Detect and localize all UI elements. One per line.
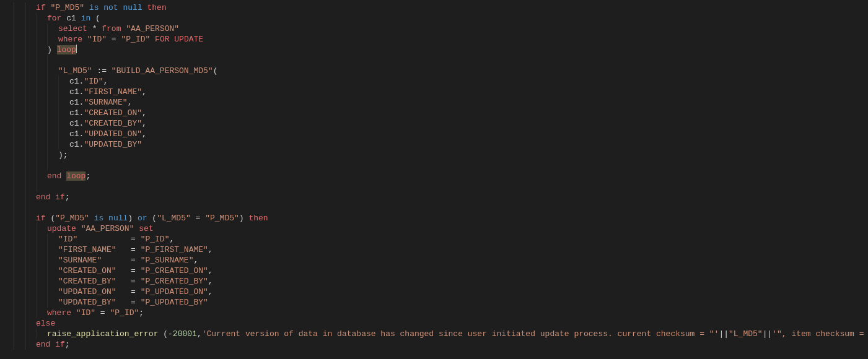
code-token: = xyxy=(131,298,141,307)
code-line[interactable]: if "P_MD5" is not null then xyxy=(5,2,868,13)
code-line-content: "ID" = "P_ID", xyxy=(14,235,174,244)
code-line[interactable] xyxy=(5,181,868,192)
code-token xyxy=(90,14,95,23)
code-line[interactable] xyxy=(5,202,868,213)
code-token: loop xyxy=(57,45,76,54)
code-line[interactable]: end loop; xyxy=(5,171,868,181)
code-token xyxy=(95,308,100,318)
code-token: then xyxy=(147,3,167,12)
code-token: = xyxy=(131,277,141,286)
code-token: = xyxy=(131,287,141,296)
code-token: = xyxy=(100,308,105,318)
code-token xyxy=(150,35,155,44)
code-token: end xyxy=(47,171,61,181)
code-token: || xyxy=(763,329,773,339)
code-token: "FIRST_NAME" xyxy=(58,245,131,254)
code-line[interactable]: where "ID" = "P_ID" FOR UPDATE xyxy=(5,34,868,45)
code-token xyxy=(107,35,112,44)
code-token: "L_MD5" xyxy=(58,66,92,76)
code-token: 'Current version of data in database has… xyxy=(202,329,719,339)
code-token: "L_MD5" xyxy=(157,214,191,223)
code-token: "AA_PERSON" xyxy=(81,224,134,233)
code-line-content: else xyxy=(14,319,55,328)
code-editor[interactable]: if "P_MD5" is not null thenfor c1 in (se… xyxy=(0,0,868,350)
code-line[interactable]: update "AA_PERSON" set xyxy=(5,223,868,234)
code-token: , xyxy=(142,119,147,128)
code-token: ( xyxy=(152,214,157,223)
code-token: is xyxy=(94,214,104,223)
code-token xyxy=(133,214,138,223)
code-line[interactable]: for c1 in ( xyxy=(5,13,868,24)
code-token: ) xyxy=(239,214,244,223)
code-token: in xyxy=(81,14,91,23)
code-line[interactable] xyxy=(5,160,868,171)
code-token xyxy=(36,203,41,212)
code-line[interactable]: "CREATED_ON" = "P_CREATED_ON", xyxy=(5,266,868,276)
code-token: c1 xyxy=(69,87,79,97)
code-token: FOR UPDATE xyxy=(155,35,203,44)
code-token: select xyxy=(58,24,87,33)
code-token xyxy=(87,24,92,33)
code-line-content: end if; xyxy=(14,340,70,349)
code-line-content: where "ID" = "P_ID" FOR UPDATE xyxy=(14,35,203,44)
code-line[interactable]: c1."FIRST_NAME", xyxy=(5,87,868,97)
code-line[interactable]: else xyxy=(5,318,868,329)
code-token: "L_MD5" xyxy=(729,329,763,339)
code-line[interactable]: "UPDATED_BY" = "P_UPDATED_BY" xyxy=(5,297,868,308)
code-token: , xyxy=(208,245,213,254)
code-line[interactable]: c1."CREATED_BY", xyxy=(5,118,868,129)
code-line-content: "FIRST_NAME" = "P_FIRST_NAME", xyxy=(14,245,213,254)
code-line[interactable]: ); xyxy=(5,150,868,160)
code-line[interactable]: c1."CREATED_ON", xyxy=(5,108,868,118)
code-line[interactable]: c1."UPDATED_BY" xyxy=(5,139,868,150)
code-token: "UPDATED_ON" xyxy=(58,287,131,296)
code-token: , xyxy=(142,129,147,139)
code-token: , xyxy=(208,266,213,275)
code-line-content: "UPDATED_ON" = "P_UPDATED_ON", xyxy=(14,287,213,296)
code-token: c1 xyxy=(69,119,79,128)
code-line[interactable]: end if; xyxy=(5,339,868,350)
code-line[interactable]: "SURNAME" = "P_SURNAME", xyxy=(5,255,868,266)
code-token: ; xyxy=(63,150,68,160)
code-token: not xyxy=(103,3,118,12)
code-line[interactable]: if ("P_MD5" is null) or ("L_MD5" = "P_MD… xyxy=(5,213,868,223)
code-line-content: raise_application_error (-20001,'Current… xyxy=(14,329,868,339)
code-line-content: "CREATED_ON" = "P_CREATED_ON", xyxy=(14,266,213,275)
code-line[interactable]: ) loop xyxy=(5,45,868,55)
code-line[interactable]: "CREATED_BY" = "P_CREATED_BY", xyxy=(5,276,868,287)
code-line[interactable]: c1."ID", xyxy=(5,76,868,87)
code-token: "ID" xyxy=(84,77,103,86)
code-token: "P_UPDATED_ON" xyxy=(141,287,208,296)
code-line[interactable]: c1."SURNAME", xyxy=(5,97,868,108)
text-cursor xyxy=(76,45,77,53)
code-token: ; xyxy=(65,340,70,349)
code-token: "P_ID" xyxy=(121,35,150,44)
code-line[interactable]: c1."UPDATED_ON", xyxy=(5,129,868,139)
code-token: := xyxy=(97,66,107,76)
code-line[interactable]: raise_application_error (-20001,'Current… xyxy=(5,329,868,339)
code-token xyxy=(142,3,147,12)
code-token xyxy=(76,14,81,23)
code-line[interactable]: end if; xyxy=(5,192,868,202)
code-line[interactable]: select * from "AA_PERSON" xyxy=(5,24,868,34)
code-line[interactable] xyxy=(5,55,868,66)
code-line-content xyxy=(14,203,41,212)
code-line-content: c1."FIRST_NAME", xyxy=(14,87,147,97)
code-line[interactable]: "ID" = "P_ID", xyxy=(5,234,868,244)
code-line[interactable]: "UPDATED_ON" = "P_UPDATED_ON", xyxy=(5,287,868,297)
code-token: set xyxy=(139,224,153,233)
code-token: "UPDATED_BY" xyxy=(84,140,142,149)
code-token: "P_SURNAME" xyxy=(141,256,194,265)
code-line[interactable]: where "ID" = "P_ID"; xyxy=(5,308,868,318)
code-line-content: update "AA_PERSON" set xyxy=(14,224,154,233)
code-line-content: ); xyxy=(14,150,68,160)
code-token: if xyxy=(36,3,46,12)
code-token: , xyxy=(128,98,133,107)
code-line[interactable]: "FIRST_NAME" = "P_FIRST_NAME", xyxy=(5,244,868,255)
code-line-content: ) loop xyxy=(14,45,77,54)
code-token: "P_CREATED_BY" xyxy=(141,277,208,286)
code-line-content: c1."CREATED_BY", xyxy=(14,119,147,128)
code-line[interactable]: "L_MD5" := "BUILD_AA_PERSON_MD5"( xyxy=(5,66,868,76)
code-line-content: for c1 in ( xyxy=(14,14,100,23)
code-token: "UPDATED_BY" xyxy=(58,298,131,307)
